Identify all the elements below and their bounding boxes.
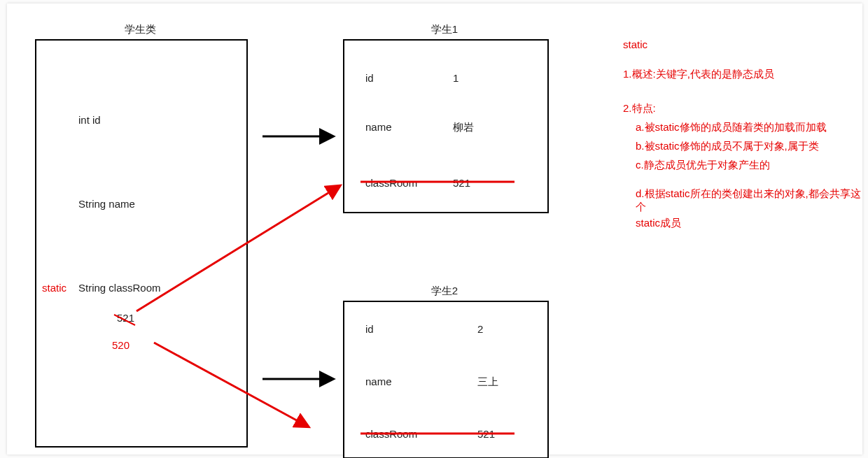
student2-classroom-label: classRoom [365, 428, 417, 440]
class-value-520: 520 [112, 339, 130, 351]
class-value-521: 521 [117, 312, 134, 324]
class-field-classroom: String classRoom [78, 282, 161, 294]
student1-id-value: 1 [453, 72, 458, 84]
notes-line2-b: b.被static修饰的成员不属于对象,属于类 [623, 140, 861, 153]
student2-title: 学生2 [343, 285, 546, 298]
class-field-id: int id [78, 114, 101, 126]
notes-heading: static [623, 38, 861, 50]
student1-classroom-label: classRoom [365, 177, 417, 189]
notes-line2-title: 2.特点: [623, 102, 861, 115]
class-box-title: 学生类 [35, 23, 245, 36]
student2-id-label: id [365, 323, 374, 335]
student1-name-label: name [365, 121, 392, 133]
notes-block: static 1.概述:关键字,代表的是静态成员 2.特点: a.被static… [623, 38, 861, 236]
student1-title: 学生1 [343, 23, 546, 36]
student1-id-label: id [365, 72, 374, 84]
notes-line1: 1.概述:关键字,代表的是静态成员 [623, 68, 861, 81]
class-field-name: String name [78, 198, 135, 210]
student2-box: id 2 name 三上 classRoom 521 [343, 301, 549, 458]
class-box: int id String name static String classRo… [35, 39, 248, 448]
student2-name-value: 三上 [477, 375, 498, 389]
notes-line2-c: c.静态成员优先于对象产生的 [623, 159, 861, 172]
notes-line2-d1: d.根据static所在的类创建出来的对象,都会共享这个 [623, 187, 861, 214]
student1-box: id 1 name 柳岩 classRoom 521 [343, 39, 549, 213]
notes-line2-d2: static成员 [623, 217, 861, 230]
student2-classroom-value: 521 [477, 428, 495, 440]
student2-name-label: name [365, 375, 392, 387]
student2-id-value: 2 [477, 323, 483, 335]
notes-line2-a: a.被static修饰的成员随着类的加载而加载 [623, 121, 861, 134]
class-static-label: static [42, 282, 66, 294]
student1-classroom-value: 521 [453, 177, 470, 189]
student1-name-value: 柳岩 [453, 121, 474, 134]
